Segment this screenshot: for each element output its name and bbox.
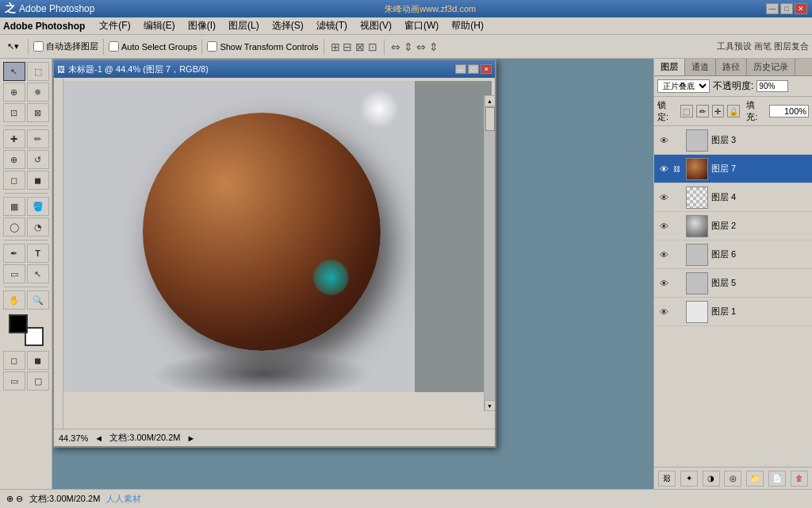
layer-row-4[interactable]: 👁 图层 4 bbox=[654, 183, 812, 212]
auto-groups-input[interactable] bbox=[109, 41, 119, 52]
lock-transparent[interactable]: ⬚ bbox=[680, 105, 693, 117]
layer-row-6[interactable]: 👁 图层 6 bbox=[654, 241, 812, 269]
screen-row: ▭ ▢ bbox=[3, 371, 49, 391]
fill-input[interactable] bbox=[769, 105, 809, 117]
doc-canvas[interactable] bbox=[63, 81, 492, 392]
doc-window-controls[interactable]: — □ ✕ bbox=[455, 64, 492, 74]
layer-mask-button[interactable]: ◑ bbox=[703, 471, 720, 487]
color-swatches[interactable] bbox=[9, 314, 44, 346]
layer-row-3[interactable]: 👁 图层 3 bbox=[654, 126, 812, 155]
new-group-button[interactable]: 📁 bbox=[746, 471, 764, 487]
zoom-tool[interactable]: 🔍 bbox=[27, 291, 49, 310]
brush-tool[interactable]: ✏ bbox=[27, 129, 49, 148]
burn-tool[interactable]: ◔ bbox=[27, 217, 49, 237]
crop-tool[interactable]: ⊡ bbox=[3, 103, 25, 122]
menu-filter[interactable]: 滤镜(T) bbox=[310, 17, 354, 34]
close-button[interactable]: ✕ bbox=[795, 3, 807, 14]
selection-tool[interactable]: ⬚ bbox=[27, 62, 49, 81]
vertical-scrollbar[interactable]: ▲ ▼ bbox=[484, 95, 495, 411]
left-ruler bbox=[54, 78, 63, 429]
status-bar: ⊕ ⊖ 文档:3.00M/20.2M 人人素材 bbox=[0, 489, 812, 508]
new-layer-button[interactable]: 📄 bbox=[768, 471, 786, 487]
scroll-up-arrow[interactable]: ▲ bbox=[485, 95, 496, 106]
clone-tool[interactable]: ⊕ bbox=[3, 150, 25, 169]
dodge-tool[interactable]: ◯ bbox=[3, 217, 25, 237]
foreground-color[interactable] bbox=[9, 314, 28, 333]
screen-mode-2[interactable]: ▢ bbox=[27, 371, 49, 391]
gradient-tool[interactable]: ▦ bbox=[3, 197, 25, 216]
doc-minimize-button[interactable]: — bbox=[455, 64, 466, 74]
slice-tool[interactable]: ⊠ bbox=[27, 103, 49, 122]
tab-layers[interactable]: 图层 bbox=[654, 59, 685, 75]
layer-row-1[interactable]: 👁 图层 1 bbox=[654, 298, 812, 326]
doc-title-group: 🖼 未标题-1 @ 44.4% (图层 7，RGB/8) bbox=[57, 64, 209, 75]
auto-select-input[interactable] bbox=[33, 41, 44, 52]
opacity-input[interactable] bbox=[756, 80, 788, 92]
layer-4-visibility[interactable]: 👁 bbox=[657, 191, 670, 204]
doc-maximize-button[interactable]: □ bbox=[468, 64, 479, 74]
transform-input[interactable] bbox=[207, 41, 217, 52]
layer-1-visibility[interactable]: 👁 bbox=[657, 306, 670, 318]
magic-tool[interactable]: ✵ bbox=[27, 83, 49, 102]
toolbar-separator-2 bbox=[103, 39, 104, 55]
menu-help[interactable]: 帮助(H) bbox=[445, 17, 490, 34]
layer-7-visibility[interactable]: 👁 bbox=[657, 163, 670, 175]
scroll-thumb[interactable] bbox=[485, 107, 495, 131]
menu-view[interactable]: 视图(V) bbox=[354, 17, 398, 34]
layer-row-5[interactable]: 👁 图层 5 bbox=[654, 269, 812, 298]
tab-channels[interactable]: 通道 bbox=[685, 59, 716, 75]
layer-6-visibility[interactable]: 👁 bbox=[657, 248, 670, 261]
lock-image[interactable]: ✏ bbox=[696, 105, 709, 117]
pen-tool[interactable]: ✒ bbox=[3, 244, 25, 263]
eraser-tool[interactable]: ◻ bbox=[3, 171, 25, 190]
fill-layer-button[interactable]: ◎ bbox=[724, 471, 741, 487]
layer-5-visibility[interactable]: 👁 bbox=[657, 277, 670, 290]
history-brush[interactable]: ↺ bbox=[27, 150, 49, 169]
layer-style-button[interactable]: ✦ bbox=[680, 471, 698, 487]
move-tool[interactable]: ↖ bbox=[3, 62, 25, 81]
menu-file[interactable]: 文件(F) bbox=[93, 17, 136, 34]
lock-position[interactable]: ✛ bbox=[712, 105, 725, 117]
layer-3-visibility[interactable]: 👁 bbox=[657, 134, 670, 147]
type-tool[interactable]: T bbox=[27, 244, 49, 263]
menu-edit[interactable]: 编辑(E) bbox=[137, 17, 182, 34]
layer-7-thumbnail bbox=[686, 158, 708, 180]
hand-tool[interactable]: ✋ bbox=[3, 291, 25, 310]
minimize-button[interactable]: — bbox=[766, 3, 779, 14]
auto-select-checkbox[interactable]: 自动选择图层 bbox=[33, 40, 98, 52]
window-controls[interactable]: — □ ✕ bbox=[766, 3, 807, 14]
tab-paths[interactable]: 路径 bbox=[716, 59, 747, 75]
blend-mode-select[interactable]: 正片叠底 bbox=[657, 79, 710, 93]
layer-row-7[interactable]: 👁 ⛓ 图层 7 bbox=[654, 155, 812, 183]
shape-tool[interactable]: ▭ bbox=[3, 264, 25, 283]
title-bar-left: 之 Adobe Photoshop bbox=[5, 2, 94, 16]
standard-mode[interactable]: ◻ bbox=[3, 351, 25, 370]
path-select[interactable]: ↖ bbox=[27, 264, 49, 283]
menu-select[interactable]: 选择(S) bbox=[266, 17, 310, 34]
transform-checkbox[interactable]: Show Transform Controls bbox=[207, 41, 318, 52]
link-layers-button[interactable]: ⛓ bbox=[658, 471, 676, 487]
tool-row-9: ✒ T bbox=[3, 244, 49, 263]
scroll-down-arrow[interactable]: ▼ bbox=[485, 400, 496, 411]
auto-groups-checkbox[interactable]: Auto Select Groups bbox=[109, 41, 197, 52]
menu-window[interactable]: 窗口(W) bbox=[398, 17, 445, 34]
layer-row-2[interactable]: 👁 图层 2 bbox=[654, 212, 812, 241]
doc-close-button[interactable]: ✕ bbox=[481, 64, 492, 74]
quick-mask[interactable]: ◼ bbox=[27, 351, 49, 370]
maximize-button[interactable]: □ bbox=[780, 3, 793, 14]
fill-tool[interactable]: 🪣 bbox=[27, 197, 49, 216]
layer-4-name: 图层 4 bbox=[711, 191, 809, 203]
delete-layer-button[interactable]: 🗑 bbox=[791, 471, 808, 487]
menu-image[interactable]: 图像(I) bbox=[182, 17, 222, 34]
layer-2-visibility[interactable]: 👁 bbox=[657, 220, 670, 233]
menu-layer[interactable]: 图层(L) bbox=[222, 17, 266, 34]
lock-all[interactable]: 🔒 bbox=[727, 105, 740, 117]
status-left: ⊕ ⊖ bbox=[6, 494, 23, 504]
move-tool-button[interactable]: ↖▾ bbox=[3, 39, 23, 54]
healing-tool[interactable]: ✚ bbox=[3, 129, 25, 148]
layer-1-thumbnail bbox=[686, 301, 708, 323]
lasso-tool[interactable]: ⊕ bbox=[3, 83, 25, 102]
bg-eraser[interactable]: ◼ bbox=[27, 171, 49, 190]
tab-history[interactable]: 历史记录 bbox=[747, 59, 795, 75]
screen-mode[interactable]: ▭ bbox=[3, 371, 25, 391]
